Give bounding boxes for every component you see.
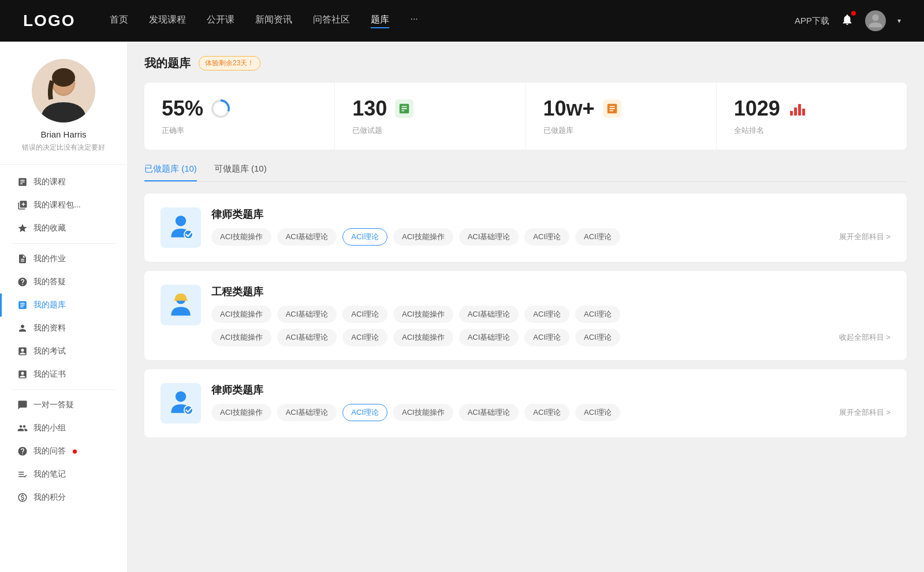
stat-questions-value: 130 xyxy=(352,96,387,121)
sidebar-item-qa[interactable]: 我的答疑 xyxy=(0,270,127,294)
nav-news[interactable]: 新闻资讯 xyxy=(255,14,292,28)
qa-badge xyxy=(73,450,77,454)
tag-2-6[interactable]: ACI理论 xyxy=(575,404,620,421)
svg-point-7 xyxy=(184,230,193,239)
tag-0-2[interactable]: ACI理论 xyxy=(342,228,388,246)
tag-2-3[interactable]: ACI技能操作 xyxy=(393,404,453,421)
tab-done-banks[interactable]: 已做题库 (10) xyxy=(144,164,197,181)
sidebar-item-notes[interactable]: 我的笔记 xyxy=(0,463,127,486)
bar2 xyxy=(794,107,797,116)
bank-card-engineer: 工程类题库 ACI技能操作 ACI基础理论 ACI理论 ACI技能操作 ACI基… xyxy=(144,271,907,360)
stat-ranking-value: 1029 xyxy=(734,96,780,121)
tag-0-0[interactable]: ACI技能操作 xyxy=(211,228,271,246)
nav-qa[interactable]: 问答社区 xyxy=(313,14,350,28)
sidebar-item-cert[interactable]: 我的证书 xyxy=(0,363,127,386)
stat-accuracy: 55% 正确率 xyxy=(144,83,335,150)
sidebar-item-tutor[interactable]: 一对一答疑 xyxy=(0,393,127,417)
sidebar-item-exam[interactable]: 我的考试 xyxy=(0,340,127,363)
tag-1-6[interactable]: ACI理论 xyxy=(575,306,620,323)
tag-1r2-3[interactable]: ACI技能操作 xyxy=(393,329,453,346)
tag-2-0[interactable]: ACI技能操作 xyxy=(211,404,271,421)
tag-1-3[interactable]: ACI技能操作 xyxy=(393,306,453,323)
svg-point-6 xyxy=(176,216,186,226)
tabs-row: 已做题库 (10) 可做题库 (10) xyxy=(144,164,907,182)
expand-link-1[interactable]: 展开全部科目 > xyxy=(839,232,891,242)
tag-1-4[interactable]: ACI基础理论 xyxy=(459,306,519,323)
stat-accuracy-value: 55% xyxy=(162,96,203,121)
nav-bank[interactable]: 题库 xyxy=(371,14,389,28)
tag-1r2-2[interactable]: ACI理论 xyxy=(342,329,388,346)
tag-1-5[interactable]: ACI理论 xyxy=(524,306,569,323)
sidebar-item-favorites[interactable]: 我的收藏 xyxy=(0,217,127,240)
accuracy-pie-icon xyxy=(211,99,230,118)
sidebar-item-points[interactable]: 我的积分 xyxy=(0,486,127,509)
tab-available-banks[interactable]: 可做题库 (10) xyxy=(214,164,267,181)
nav-home[interactable]: 首页 xyxy=(110,14,128,28)
stats-row: 55% 正确率 130 已 xyxy=(144,83,907,150)
tag-0-1[interactable]: ACI基础理论 xyxy=(277,228,337,246)
sidebar-item-package[interactable]: 我的课程包... xyxy=(0,194,127,217)
lawyer-bank-title-2: 律师类题库 xyxy=(211,383,891,397)
nav-discover[interactable]: 发现课程 xyxy=(149,14,186,28)
navbar-right: APP下载 ▾ xyxy=(795,10,901,31)
lawyer-bank-icon-1 xyxy=(161,207,201,248)
lawyer-bank-icon-2 xyxy=(161,383,201,424)
profile-section: Brian Harris 错误的决定比没有决定要好 xyxy=(0,59,127,165)
tag-0-5[interactable]: ACI理论 xyxy=(524,228,569,246)
user-avatar-nav[interactable] xyxy=(865,10,886,31)
sidebar-item-course[interactable]: 我的课程 xyxy=(0,170,127,194)
tag-1r2-6[interactable]: ACI理论 xyxy=(575,329,620,346)
nav-opencourse[interactable]: 公开课 xyxy=(207,14,234,28)
sidebar-item-bank[interactable]: 我的题库 xyxy=(0,294,127,317)
main-layout: Brian Harris 错误的决定比没有决定要好 我的课程 我的课程包... … xyxy=(0,42,924,572)
sidebar-item-homework[interactable]: 我的作业 xyxy=(0,247,127,270)
profile-name: Brian Harris xyxy=(40,129,86,139)
navbar: LOGO 首页 发现课程 公开课 新闻资讯 问答社区 题库 ··· APP下载 … xyxy=(0,0,924,42)
nav-more[interactable]: ··· xyxy=(410,14,418,28)
tag-2-5[interactable]: ACI理论 xyxy=(524,404,569,421)
collapse-link[interactable]: 收起全部科目 > xyxy=(839,332,891,343)
tag-0-4[interactable]: ACI基础理论 xyxy=(459,228,519,246)
svg-point-10 xyxy=(176,391,186,402)
divider-1 xyxy=(12,243,116,244)
svg-point-11 xyxy=(184,406,193,414)
tag-1r2-4[interactable]: ACI基础理论 xyxy=(459,329,519,346)
profile-motto: 错误的决定比没有决定要好 xyxy=(22,143,105,153)
tag-1r2-1[interactable]: ACI基础理论 xyxy=(277,329,337,346)
engineer-bank-title: 工程类题库 xyxy=(211,285,891,299)
ranking-bar-icon xyxy=(788,99,807,118)
tag-1r2-5[interactable]: ACI理论 xyxy=(524,329,569,346)
user-menu-chevron[interactable]: ▾ xyxy=(897,17,901,25)
tag-2-2[interactable]: ACI理论 xyxy=(342,404,388,421)
stat-banks-value: 10w+ xyxy=(543,96,595,121)
sidebar-item-group[interactable]: 我的小组 xyxy=(0,417,127,440)
tag-2-4[interactable]: ACI基础理论 xyxy=(459,404,519,421)
banks-list-icon xyxy=(603,99,621,118)
expand-link-3[interactable]: 展开全部科目 > xyxy=(839,407,891,418)
logo: LOGO xyxy=(23,12,75,30)
sidebar: Brian Harris 错误的决定比没有决定要好 我的课程 我的课程包... … xyxy=(0,42,127,572)
sidebar-item-profile[interactable]: 我的资料 xyxy=(0,317,127,340)
tag-0-3[interactable]: ACI技能操作 xyxy=(393,228,453,246)
app-download-link[interactable]: APP下载 xyxy=(795,16,829,27)
trial-badge: 体验剩余23天！ xyxy=(199,56,260,70)
stat-done-questions: 130 已做试题 xyxy=(335,83,526,150)
stat-accuracy-label: 正确率 xyxy=(162,125,317,136)
stat-banks-label: 已做题库 xyxy=(543,125,699,136)
main-content: 我的题库 体验剩余23天！ 55% 正确率 xyxy=(127,42,924,572)
sidebar-item-myqa[interactable]: 我的问答 xyxy=(0,440,127,463)
lawyer-bank-title-1: 律师类题库 xyxy=(211,207,891,221)
notification-bell[interactable] xyxy=(841,13,854,28)
bank-card-lawyer-1: 律师类题库 ACI技能操作 ACI基础理论 ACI理论 ACI技能操作 ACI基… xyxy=(144,194,907,262)
page-header: 我的题库 体验剩余23天！ xyxy=(144,55,907,71)
tag-1-2[interactable]: ACI理论 xyxy=(342,306,388,323)
tag-2-1[interactable]: ACI基础理论 xyxy=(277,404,337,421)
stat-ranking-label: 全站排名 xyxy=(734,125,889,136)
tag-0-6[interactable]: ACI理论 xyxy=(575,228,620,246)
svg-rect-9 xyxy=(174,299,187,300)
tag-1-1[interactable]: ACI基础理论 xyxy=(277,306,337,323)
page-title: 我的题库 xyxy=(144,55,191,71)
tag-1-0[interactable]: ACI技能操作 xyxy=(211,306,271,323)
tag-1r2-0[interactable]: ACI技能操作 xyxy=(211,329,271,346)
questions-list-icon xyxy=(395,99,413,118)
